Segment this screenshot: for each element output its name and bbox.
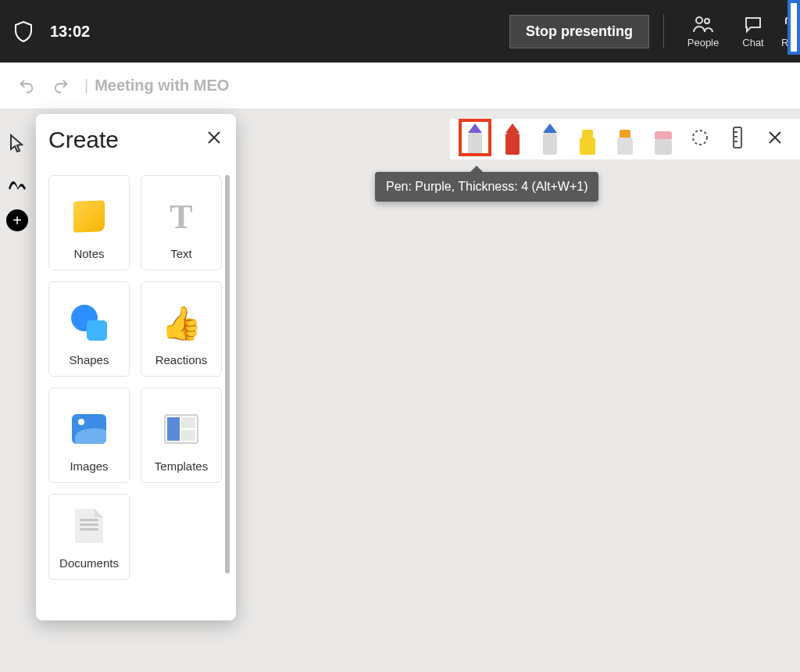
whiteboard-canvas[interactable]: + Create Notes T Text Shape <box>0 109 800 672</box>
panel-scrollbar[interactable] <box>225 175 230 574</box>
highlighter-orange[interactable] <box>610 120 640 155</box>
pen-icon <box>542 123 558 155</box>
create-item-templates[interactable]: Templates <box>141 388 222 483</box>
create-item-notes[interactable]: Notes <box>48 175 130 270</box>
eraser-icon <box>655 131 670 155</box>
ink-tool[interactable] <box>5 170 30 195</box>
close-panel-button[interactable] <box>206 130 222 150</box>
cursor-icon <box>9 134 26 154</box>
images-icon <box>71 411 107 447</box>
chat-icon <box>743 15 763 34</box>
clock-time: 13:02 <box>50 23 90 41</box>
templates-icon <box>163 411 199 447</box>
camera-thumbnail[interactable] <box>788 0 800 55</box>
svg-point-1 <box>705 19 709 23</box>
svg-point-2 <box>693 130 707 145</box>
close-icon <box>767 130 783 145</box>
close-icon <box>206 130 222 145</box>
separator: | <box>84 77 88 95</box>
create-item-label: Images <box>70 459 108 473</box>
shapes-icon <box>71 305 107 341</box>
pen-icon <box>505 123 520 155</box>
left-mini-toolbar: + <box>0 117 34 231</box>
ruler-icon <box>732 126 743 149</box>
create-item-label: Reactions <box>155 353 208 366</box>
lasso-tool[interactable] <box>685 120 715 155</box>
pen-purple[interactable] <box>460 120 490 155</box>
pen-tooltip: Pen: Purple, Thickness: 4 (Alt+W+1) <box>375 172 598 202</box>
redo-button[interactable] <box>48 73 73 98</box>
chat-button[interactable]: Chat <box>728 15 778 48</box>
documents-icon <box>71 508 107 544</box>
secondary-bar: | Meeting with MEO <box>0 63 800 109</box>
create-item-label: Shapes <box>70 353 109 366</box>
highlighter-yellow[interactable] <box>573 120 602 155</box>
close-toolbar-button[interactable] <box>760 120 790 155</box>
create-panel-title: Create <box>48 127 119 153</box>
meeting-title: Meeting with MEO <box>95 77 229 95</box>
people-button[interactable]: People <box>678 15 728 48</box>
pen-toolbar <box>450 119 800 159</box>
reactions-icon: 👍 <box>163 305 199 341</box>
highlighter-icon <box>580 130 595 155</box>
create-item-images[interactable]: Images <box>48 388 130 483</box>
chat-label: Chat <box>742 37 763 48</box>
create-item-reactions[interactable]: 👍 Reactions <box>141 281 222 377</box>
plus-icon: + <box>12 212 22 230</box>
top-right-controls: Stop presenting People Chat R <box>509 0 800 63</box>
stop-presenting-button[interactable]: Stop presenting <box>509 15 649 48</box>
create-item-label: Text <box>170 247 192 260</box>
shield-icon <box>14 20 33 42</box>
divider <box>663 14 664 48</box>
create-item-text[interactable]: T Text <box>141 175 222 270</box>
eraser-tool[interactable] <box>648 120 677 155</box>
lasso-icon <box>690 127 710 148</box>
svg-point-0 <box>696 17 702 23</box>
redo-icon <box>52 77 70 95</box>
people-label: People <box>688 37 719 48</box>
create-panel: Create Notes T Text Shapes <box>36 114 236 620</box>
meeting-top-bar: 13:02 Stop presenting People Chat R <box>0 0 800 63</box>
create-item-label: Notes <box>73 247 104 260</box>
undo-button[interactable] <box>14 73 39 98</box>
text-icon: T <box>163 198 199 234</box>
ruler-tool[interactable] <box>723 120 752 155</box>
create-item-label: Documents <box>59 556 119 570</box>
pen-red[interactable] <box>498 120 527 155</box>
highlighter-icon <box>617 130 633 155</box>
ink-icon <box>7 174 27 191</box>
create-item-shapes[interactable]: Shapes <box>48 281 130 377</box>
pen-blue[interactable] <box>535 120 565 155</box>
create-item-label: Templates <box>155 459 208 473</box>
pen-icon <box>467 123 483 155</box>
cursor-tool[interactable] <box>5 131 30 156</box>
add-button[interactable]: + <box>6 209 28 231</box>
people-icon <box>692 15 714 34</box>
notes-icon <box>71 198 107 234</box>
create-item-documents[interactable]: Documents <box>48 494 130 580</box>
undo-icon <box>18 77 35 95</box>
